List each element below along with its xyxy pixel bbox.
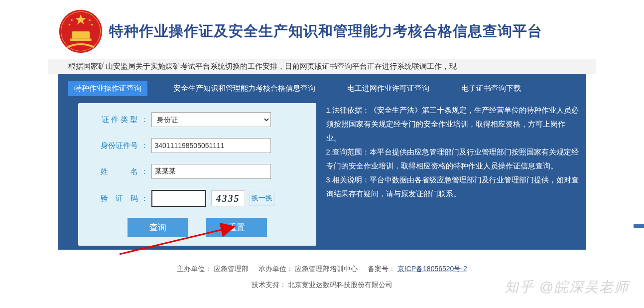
org-value: 应急管理部培训中心 — [295, 265, 358, 273]
tab-e-cert-download[interactable]: 电子证书查询下载 — [455, 81, 527, 96]
notice-text: 根据国家矿山安监局关于实施煤矿考试平台系统切换的工作安排，目前网页版证书查询平台… — [68, 62, 457, 70]
site-title: 特种作业操作证及安全生产知识和管理能力考核合格信息查询平台 — [109, 21, 542, 41]
main-panel: 特种作业操作证查询 安全生产知识和管理能力考核合格信息查询 电工进网作业许可证查… — [58, 74, 586, 250]
tab-electrician-permit[interactable]: 电工进网作业许可证查询 — [341, 81, 435, 96]
svg-point-8 — [91, 24, 93, 26]
query-form: 证 件 类 型 ： 身份证 身份证件号 ： 姓 名 ： 验 证 码 ： — [78, 103, 316, 246]
info-paragraph-2: 2.查询范围：本平台提供由应急管理部门及行业管理部门按照国家有关规定经专门的安全… — [326, 145, 579, 173]
info-text-panel: 1.法律依据：《安全生产法》第三十条规定，生产经营单位的特种作业人员必须按照国家… — [316, 103, 579, 246]
info-paragraph-3: 3.相关说明：平台中数据由各省级应急管理部门及行业管理部门提供，如对查询结果存有… — [326, 173, 579, 201]
tab-safety-knowledge-cert[interactable]: 安全生产知识和管理能力考核合格信息查询 — [167, 81, 321, 96]
sponsor-label: 主办单位： — [177, 265, 212, 273]
id-number-input[interactable] — [151, 138, 271, 153]
sponsor-value: 应急管理部 — [214, 265, 249, 273]
captcha-image: 4335 — [211, 190, 245, 206]
doc-type-select[interactable]: 身份证 — [151, 112, 271, 127]
tech-label: 技术支持： — [252, 281, 286, 289]
query-button[interactable]: 查询 — [128, 218, 188, 237]
side-tag: 苏 — [634, 224, 644, 228]
site-footer: 主办单位： 应急管理部 承办单位： 应急管理部培训中心 备案号： 京ICP备18… — [58, 265, 586, 308]
id-number-label: 身份证件号 — [88, 141, 138, 151]
tech-value: 北京竞业达数码科技股份有限公司 — [288, 281, 392, 289]
doc-type-label: 证 件 类 型 — [88, 115, 138, 125]
notice-marquee: 根据国家矿山安监局关于实施煤矿考试平台系统切换的工作安排，目前网页版证书查询平台… — [48, 59, 596, 74]
tabs-nav: 特种作业操作证查询 安全生产知识和管理能力考核合格信息查询 电工进网作业许可证查… — [58, 74, 586, 101]
svg-point-5 — [71, 19, 73, 21]
captcha-input[interactable] — [151, 190, 206, 207]
svg-rect-4 — [70, 38, 91, 41]
svg-point-7 — [68, 24, 70, 26]
name-input[interactable] — [151, 164, 271, 179]
record-link[interactable]: 京ICP备18056520号-2 — [397, 265, 467, 273]
site-header: 特种作业操作证及安全生产知识和管理能力考核合格信息查询平台 — [58, 0, 586, 59]
change-captcha-link[interactable]: 换一换 — [249, 191, 275, 206]
svg-point-6 — [89, 19, 91, 21]
svg-rect-3 — [72, 31, 90, 38]
tab-special-operation-cert[interactable]: 特种作业操作证查询 — [68, 81, 147, 96]
name-label: 姓 名 — [88, 167, 138, 176]
reset-button[interactable]: 重置 — [206, 218, 267, 237]
captcha-label: 验 证 码 — [88, 194, 138, 203]
org-label: 承办单位： — [258, 265, 293, 273]
info-paragraph-1: 1.法律依据：《安全生产法》第三十条规定，生产经营单位的特种作业人员必须按照国家… — [326, 103, 579, 145]
record-label: 备案号： — [368, 265, 395, 273]
national-emblem-icon — [58, 9, 103, 54]
